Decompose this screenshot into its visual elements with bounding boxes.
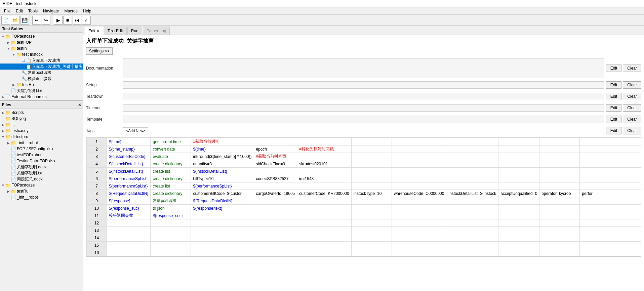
table-cell[interactable] — [620, 197, 641, 205]
teardown-input[interactable] — [123, 93, 604, 100]
tree-toggle[interactable] — [6, 159, 11, 163]
table-cell[interactable] — [351, 212, 392, 219]
table-cell[interactable] — [446, 242, 498, 249]
tree-toggle[interactable] — [6, 88, 11, 93]
test-suites-tree[interactable]: ▼📁FOPtestcase▶📁testFOP▼📁testIn▼📁test Ins… — [0, 33, 83, 100]
tree-toggle[interactable]: ▶ — [1, 122, 5, 127]
table-cell[interactable]: ${time} — [107, 138, 151, 146]
table-cell[interactable] — [446, 175, 498, 182]
table-cell[interactable]: create dictionary — [151, 160, 191, 168]
table-cell[interactable]: ${response.text} — [191, 205, 254, 212]
files-close-btn[interactable]: × — [78, 102, 81, 108]
table-cell[interactable] — [620, 182, 641, 190]
table-cell[interactable] — [151, 249, 191, 256]
table-cell[interactable] — [446, 234, 498, 242]
table-cell[interactable] — [498, 182, 539, 190]
table-cell[interactable]: 发送post请求 — [151, 197, 191, 205]
table-cell[interactable]: convert date — [151, 146, 191, 153]
table-cell[interactable] — [446, 219, 498, 227]
table-cell[interactable] — [191, 212, 254, 219]
table-cell[interactable] — [580, 182, 620, 190]
table-cell[interactable] — [539, 205, 580, 212]
tree-item-testIn[interactable]: ▼📁testIn — [0, 45, 83, 51]
table-cell[interactable]: ${instockDetailList} — [191, 168, 254, 175]
table-cell[interactable] — [446, 160, 498, 168]
table-cell[interactable] — [351, 182, 392, 190]
tags-clear-btn[interactable]: Clear — [623, 127, 641, 134]
table-cell[interactable] — [580, 138, 620, 146]
table-cell[interactable] — [620, 242, 641, 249]
tree-item-_init__robot[interactable]: ▶📁_init__robot — [0, 140, 83, 146]
teardown-edit-btn[interactable]: Edit — [606, 93, 622, 100]
menu-help[interactable]: Help — [80, 8, 94, 14]
table-cell[interactable] — [297, 234, 351, 242]
table-cell[interactable] — [498, 197, 539, 205]
timeout-clear-btn[interactable]: Clear — [623, 104, 641, 112]
setup-clear-btn[interactable]: Clear — [623, 81, 641, 89]
toolbar-redo-btn[interactable]: ↪ — [42, 16, 50, 25]
tree-toggle[interactable] — [17, 58, 22, 63]
tree-item-testFOP[interactable]: ▶📁testFOP — [0, 39, 83, 45]
table-cell[interactable] — [446, 168, 498, 175]
table-cell[interactable] — [254, 138, 297, 146]
table-cell[interactable] — [446, 227, 498, 234]
table-cell[interactable] — [254, 212, 297, 219]
table-cell[interactable] — [580, 219, 620, 227]
tree-item-______txt[interactable]: 📄关键字说明.txt — [0, 170, 83, 176]
template-clear-btn[interactable]: Clear — [623, 116, 641, 123]
tab-run[interactable]: Run — [127, 27, 142, 35]
table-cell[interactable]: ${response_suc} — [151, 212, 191, 219]
table-cell[interactable]: customerBillCode=${custor — [191, 190, 254, 197]
table-cell[interactable] — [254, 197, 297, 205]
table-cell[interactable]: #获取当前时间戳 — [254, 153, 297, 160]
table-cell[interactable] — [580, 249, 620, 256]
teardown-clear-btn[interactable]: Clear — [623, 93, 641, 100]
tree-item-dirtestpro[interactable]: ▼📁dirtestpro — [0, 134, 83, 140]
tree-toggle[interactable]: ▼ — [1, 34, 5, 39]
table-cell[interactable]: ${customerBillCode} — [107, 153, 151, 160]
table-cell[interactable]: create list — [151, 168, 191, 175]
table-cell[interactable]: epoch — [254, 146, 297, 153]
table-cell[interactable]: ${time} — [191, 146, 254, 153]
table-cell[interactable] — [620, 205, 641, 212]
tab-edit-close[interactable]: ✕ — [97, 29, 99, 33]
tree-toggle[interactable] — [6, 153, 11, 157]
table-cell[interactable] — [446, 153, 498, 160]
table-cell[interactable]: int(round(${time_stamp} * 1000)) — [191, 153, 254, 160]
table-cell[interactable] — [620, 160, 641, 168]
table-cell[interactable] — [297, 227, 351, 234]
tab-parser-log[interactable]: Parser Log — [143, 27, 170, 35]
table-cell[interactable] — [191, 219, 254, 227]
table-cell[interactable]: to json — [151, 205, 191, 212]
table-cell[interactable] — [191, 234, 254, 242]
table-cell[interactable] — [580, 168, 620, 175]
tree-toggle[interactable]: ▶ — [1, 128, 5, 133]
table-cell[interactable] — [539, 197, 580, 205]
table-cell[interactable] — [351, 242, 392, 249]
table-cell[interactable] — [392, 153, 446, 160]
table-cell[interactable] — [351, 219, 392, 227]
tree-item-FOPtestcase[interactable]: ▼📁FOPtestcase — [0, 182, 83, 188]
documentation-input[interactable] — [123, 58, 604, 78]
table-cell[interactable] — [580, 227, 620, 234]
table-cell[interactable]: quantity=3 — [191, 160, 254, 168]
tree-toggle[interactable] — [17, 76, 22, 81]
tree-item-testcaseyf[interactable]: ▶📁testcaseyf — [0, 128, 83, 134]
table-cell[interactable] — [392, 234, 446, 242]
table-cell[interactable]: customerCode=KH2000000 — [297, 190, 351, 197]
table-cell[interactable] — [107, 249, 151, 256]
table-cell[interactable] — [580, 175, 620, 182]
tree-item-TestingData_FOP_xlsx[interactable]: 📄TestingData-FOP.xlsx — [0, 158, 83, 164]
table-cell[interactable] — [498, 146, 539, 153]
table-cell[interactable]: get current time — [151, 138, 191, 146]
table-cell[interactable] — [498, 249, 539, 256]
table-cell[interactable] — [620, 138, 641, 146]
table-cell[interactable] — [580, 146, 620, 153]
tab-text-edit[interactable]: Text Edit — [104, 27, 127, 35]
table-cell[interactable]: create dictionary — [151, 190, 191, 197]
menu-navigate[interactable]: Navigate — [40, 8, 62, 14]
table-cell[interactable]: ${time_stamp} — [107, 146, 151, 153]
table-cell[interactable] — [620, 212, 641, 219]
table-cell[interactable] — [351, 153, 392, 160]
table-cell[interactable] — [498, 205, 539, 212]
